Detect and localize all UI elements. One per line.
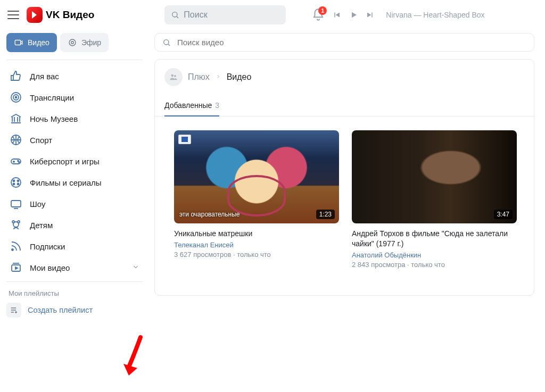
prev-track-icon[interactable] <box>332 10 341 20</box>
sidebar-item-sport[interactable]: Спорт <box>6 129 143 151</box>
svg-point-0 <box>172 12 177 17</box>
sidebar-item-movies[interactable]: Фильмы и сериалы <box>6 172 143 193</box>
svg-point-16 <box>18 184 19 185</box>
target-icon <box>10 91 22 104</box>
playlist-add-icon <box>6 303 21 318</box>
sidebar-item-esports[interactable]: Киберспорт и игры <box>6 151 143 172</box>
video-thumbnail: эти очаровательные 1:23 <box>174 130 339 223</box>
video-title[interactable]: Андрей Торхов в фильме "Сюда не залетали… <box>352 229 517 249</box>
video-meta: 3 627 просмотров · только что <box>174 251 339 258</box>
caption-overlay: эти очаровательные <box>179 211 240 218</box>
thumbs-up-icon <box>10 70 22 82</box>
search-icon <box>171 11 179 19</box>
svg-point-14 <box>18 180 19 182</box>
museum-icon <box>10 112 22 125</box>
create-playlist-button[interactable]: Создать плейлист <box>6 303 143 318</box>
svg-point-21 <box>12 249 13 251</box>
sidebar-item-museums[interactable]: Ночь Музеев <box>6 108 143 129</box>
svg-point-26 <box>174 75 176 77</box>
mini-player: Nirvana — Heart-Shaped Box <box>332 10 484 20</box>
video-title[interactable]: Уникальные матрешки <box>174 229 339 239</box>
svg-point-10 <box>18 161 19 162</box>
video-icon <box>14 38 23 47</box>
svg-rect-17 <box>11 201 21 207</box>
tv-icon <box>10 197 22 210</box>
tab-video[interactable]: Видео <box>6 33 57 52</box>
main-content: Плюх Видео Добавленные 3 эти очарователь… <box>149 30 545 392</box>
video-card[interactable]: 3:47 Андрей Торхов в фильме "Сюда не зал… <box>352 130 517 269</box>
search-icon <box>162 38 171 47</box>
video-search-panel <box>154 33 534 52</box>
app-logo[interactable]: VK Видео <box>27 7 94 23</box>
sidebar: Видео Эфир Для вас Трансляции Ночь Музее… <box>0 30 149 392</box>
chevron-right-icon <box>215 72 221 82</box>
breadcrumb-group[interactable]: Плюх <box>188 72 210 82</box>
chevron-down-icon <box>132 263 139 272</box>
global-search[interactable]: Поиск <box>164 5 286 24</box>
svg-point-4 <box>69 39 76 46</box>
top-bar: VK Видео Поиск 1 Nirvana — Heart-Shaped … <box>0 0 545 30</box>
teddy-icon <box>10 219 22 231</box>
channel-badge-icon <box>178 135 191 144</box>
video-meta: 2 843 просмотра · только что <box>352 261 517 269</box>
svg-line-24 <box>168 44 170 46</box>
svg-point-3 <box>71 41 74 44</box>
play-icon[interactable] <box>349 10 358 20</box>
global-search-placeholder: Поиск <box>184 10 207 20</box>
svg-rect-2 <box>15 40 21 45</box>
app-title: VK Видео <box>46 9 94 21</box>
video-card[interactable]: эти очаровательные 1:23 Уникальные матре… <box>174 130 339 269</box>
breadcrumb: Плюх Видео <box>164 68 524 86</box>
tab-added[interactable]: Добавленные 3 <box>164 96 219 116</box>
video-search-input[interactable] <box>177 38 526 47</box>
tab-live[interactable]: Эфир <box>60 33 109 52</box>
basketball-icon <box>10 134 22 146</box>
film-icon <box>10 176 22 189</box>
svg-point-13 <box>13 180 15 182</box>
svg-point-11 <box>19 162 20 163</box>
my-video-icon <box>10 261 22 274</box>
svg-point-23 <box>164 39 169 44</box>
menu-hamburger-icon[interactable] <box>6 8 20 22</box>
broadcast-icon <box>68 38 77 47</box>
rss-icon <box>10 240 22 253</box>
playlists-section-label: Мои плейлисты <box>9 289 143 297</box>
group-avatar-icon[interactable] <box>164 68 183 86</box>
sidebar-item-shows[interactable]: Шоу <box>6 193 143 214</box>
video-author[interactable]: Анатолий Обыдёнкин <box>352 251 517 259</box>
svg-point-15 <box>13 184 15 185</box>
video-list-panel: Плюх Видео Добавленные 3 эти очарователь… <box>154 59 534 296</box>
svg-point-20 <box>13 222 19 227</box>
now-playing-label[interactable]: Nirvana — Heart-Shaped Box <box>386 11 484 19</box>
sidebar-item-foryou[interactable]: Для вас <box>6 65 143 87</box>
sidebar-item-kids[interactable]: Детям <box>6 214 143 236</box>
vk-play-icon <box>27 7 43 23</box>
svg-line-1 <box>177 16 178 18</box>
duration-badge: 3:47 <box>494 210 513 219</box>
video-author[interactable]: Телеканал Енисей <box>174 241 339 249</box>
duration-badge: 1:23 <box>316 210 335 219</box>
svg-point-25 <box>171 74 174 77</box>
breadcrumb-current: Видео <box>227 72 252 82</box>
notifications-button[interactable]: 1 <box>311 8 325 22</box>
sidebar-item-subscriptions[interactable]: Подписки <box>6 236 143 257</box>
sidebar-item-myvideos[interactable]: Мои видео <box>6 257 143 278</box>
gamepad-icon <box>10 155 22 168</box>
svg-point-7 <box>15 97 17 98</box>
next-track-icon[interactable] <box>366 10 375 20</box>
notifications-badge: 1 <box>318 6 327 15</box>
sidebar-item-streams[interactable]: Трансляции <box>6 87 143 108</box>
video-thumbnail: 3:47 <box>352 130 517 223</box>
svg-point-12 <box>11 178 21 187</box>
